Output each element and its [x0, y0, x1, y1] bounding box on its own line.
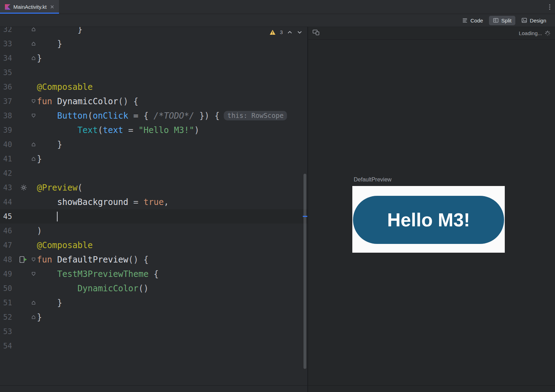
fold-end-icon[interactable] [30, 157, 37, 161]
code-lines: 32 }33 }34}3536@Composable37fun DynamicC… [0, 27, 307, 353]
line-number: 32 [0, 27, 17, 34]
code-editor-pane[interactable]: 3 32 }33 }34}3536@Composable37fun Dynami… [0, 27, 307, 392]
code-token: ( [78, 183, 83, 193]
line-number: 34 [0, 54, 17, 62]
code-line-42[interactable]: 42 [0, 166, 307, 180]
code-line-51[interactable]: 51 } [0, 295, 307, 310]
code-token: () { [118, 97, 138, 106]
spinner-icon [545, 31, 550, 36]
mode-button-code[interactable]: Code [458, 16, 487, 25]
fold-end-icon[interactable] [30, 315, 37, 319]
fold-start-icon[interactable] [30, 257, 37, 262]
code-line-37[interactable]: 37fun DynamicColor() { [0, 94, 307, 108]
code-token [37, 284, 78, 293]
line-number: 48 [0, 255, 17, 264]
fold-start-icon[interactable] [30, 99, 37, 104]
code-line-44[interactable]: 44 showBackground = true, [0, 195, 307, 209]
mode-button-split[interactable]: Split [489, 16, 515, 25]
code-text: TestM3PreviewTheme { [37, 269, 159, 279]
code-line-53[interactable]: 53 [0, 324, 307, 339]
code-line-34[interactable]: 34} [0, 51, 307, 65]
code-line-45[interactable]: 45 [0, 209, 307, 224]
line-number: 40 [0, 140, 17, 149]
code-line-41[interactable]: 41} [0, 152, 307, 166]
inlay-hint[interactable]: this: RowScope [224, 111, 287, 120]
code-token: text [103, 125, 123, 135]
code-line-35[interactable]: 35 [0, 65, 307, 80]
code-token: } [37, 154, 42, 164]
code-token: TestM3PreviewTheme [57, 269, 149, 279]
code-token: DynamicColor [57, 97, 118, 106]
code-token: = [128, 197, 143, 207]
code-token: { [149, 269, 159, 279]
caret-position-marker[interactable] [303, 216, 307, 217]
code-token [37, 269, 57, 279]
chevron-up-icon[interactable] [287, 30, 293, 35]
fold-end-icon[interactable] [30, 27, 37, 32]
code-text [37, 212, 58, 221]
fold-end-icon[interactable] [30, 142, 37, 147]
fold-end-icon[interactable] [30, 56, 37, 60]
fold-end-icon[interactable] [30, 300, 37, 305]
code-line-52[interactable]: 52} [0, 310, 307, 324]
line-number: 36 [0, 83, 17, 91]
fold-start-icon[interactable] [30, 272, 37, 276]
preview-surface: DefaultPreview Hello M3! [308, 40, 555, 392]
fold-start-icon[interactable] [30, 113, 37, 118]
code-token [37, 125, 78, 135]
code-line-47[interactable]: 47@Composable [0, 238, 307, 252]
tab-label: MainActivity.kt [13, 4, 47, 10]
code-text: } [37, 53, 42, 63]
preview-name-label: DefaultPreview [354, 177, 392, 183]
line-number: 53 [0, 327, 17, 336]
code-line-40[interactable]: 40 } [0, 137, 307, 152]
line-number: 41 [0, 155, 17, 163]
kotlin-file-icon [5, 4, 11, 10]
window-bottom-divider [0, 385, 555, 386]
inspection-widget[interactable]: 3 [269, 29, 302, 35]
code-text: fun DefaultPreview() { [37, 255, 149, 265]
fold-end-icon[interactable] [30, 41, 37, 46]
code-line-43[interactable]: 43@Preview( [0, 180, 307, 195]
code-token: () [138, 284, 149, 293]
preview-toolbar: Loading... [308, 27, 555, 40]
preview-screens-icon[interactable] [313, 29, 320, 37]
code-line-39[interactable]: 39 Text(text = "Hello M3!") [0, 123, 307, 137]
line-number: 45 [0, 212, 17, 221]
code-token: ) [37, 226, 42, 236]
mode-button-design-label: Design [530, 18, 546, 24]
code-line-33[interactable]: 33 } [0, 36, 307, 51]
tab-mainactivity[interactable]: MainActivity.kt [0, 0, 59, 14]
code-line-32[interactable]: 32 } [0, 27, 307, 36]
code-token: } [37, 39, 62, 49]
warning-icon [269, 29, 276, 35]
tabbar-overflow-kebab-icon[interactable] [549, 4, 551, 11]
code-line-49[interactable]: 49 TestM3PreviewTheme { [0, 267, 307, 281]
code-line-38[interactable]: 38 Button(onClick = { /*TODO*/ }) {this:… [0, 108, 307, 123]
warning-count-badge: 3 [280, 29, 283, 35]
run-preview-icon[interactable] [17, 256, 30, 263]
mode-button-design[interactable]: Design [517, 16, 550, 25]
line-number: 46 [0, 227, 17, 235]
design-view-icon [521, 18, 527, 23]
line-number: 49 [0, 270, 17, 278]
line-number: 39 [0, 126, 17, 134]
tab-close-icon[interactable] [50, 5, 54, 9]
code-token: onClick [93, 111, 128, 121]
mode-button-code-label: Code [470, 18, 483, 24]
line-number: 47 [0, 241, 17, 250]
code-token: ( [88, 111, 93, 121]
preview-settings-gear-icon[interactable] [17, 184, 30, 191]
editor-scrollbar[interactable] [303, 174, 306, 369]
code-text: } [37, 140, 62, 150]
code-text: } [37, 312, 42, 322]
code-line-54[interactable]: 54 [0, 339, 307, 353]
code-text: Text(text = "Hello M3!") [37, 125, 199, 135]
code-line-48[interactable]: 48fun DefaultPreview() { [0, 252, 307, 267]
compose-preview-pane: Loading... DefaultPreview Hello M3! [308, 27, 555, 392]
code-line-36[interactable]: 36@Composable [0, 80, 307, 94]
code-token: () { [128, 255, 149, 265]
chevron-down-icon[interactable] [297, 30, 302, 35]
code-line-50[interactable]: 50 DynamicColor() [0, 281, 307, 295]
code-line-46[interactable]: 46) [0, 224, 307, 238]
